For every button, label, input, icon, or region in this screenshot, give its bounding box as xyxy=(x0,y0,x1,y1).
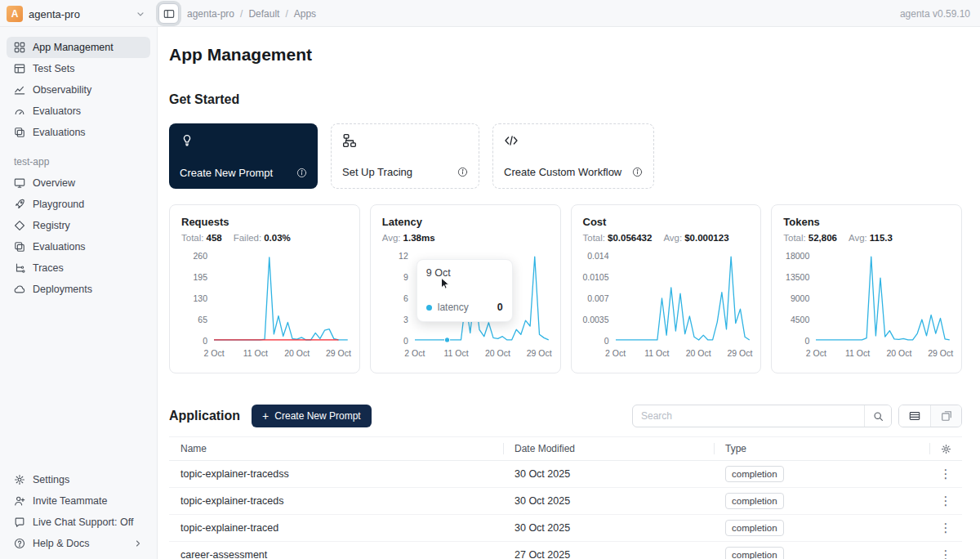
sidebar-item-settings[interactable]: Settings xyxy=(7,469,150,490)
hovered-point-marker xyxy=(444,338,449,342)
view-toggle xyxy=(898,405,962,427)
card-label: Create Custom Workflow xyxy=(504,166,621,178)
workspace-selector[interactable]: A agenta-pro xyxy=(7,5,145,23)
sidebar-item-live-chat[interactable]: Live Chat Support: Off xyxy=(7,512,150,533)
chart-line-svg xyxy=(616,256,750,341)
row-menu-button[interactable]: ⋮ xyxy=(929,467,962,481)
y-tick-label: 9 xyxy=(403,272,408,282)
create-new-prompt-button[interactable]: + Create New Prompt xyxy=(252,405,372,427)
column-settings-cell xyxy=(929,437,962,460)
row-menu-button[interactable]: ⋮ xyxy=(929,521,962,535)
sidebar-item-overview[interactable]: Overview xyxy=(7,172,150,194)
sidebar-item-traces[interactable]: Traces xyxy=(7,257,150,279)
version-label: agenta v0.59.10 xyxy=(900,0,970,27)
tokens-chart-card: Tokens Total:52,806 Avg:115.3 1800013500… xyxy=(771,204,962,373)
card-view-button[interactable] xyxy=(930,405,961,427)
sidebar-item-test-sets[interactable]: Test Sets xyxy=(7,58,150,79)
search-button[interactable] xyxy=(864,405,891,427)
sidebar-item-evaluators[interactable]: Evaluators xyxy=(7,101,150,122)
x-axis: 2 Oct11 Oct20 Oct29 Oct xyxy=(415,348,549,360)
sidebar-item-evaluations[interactable]: Evaluations xyxy=(7,122,150,143)
search-input[interactable] xyxy=(633,405,864,427)
gear-icon[interactable] xyxy=(941,444,951,454)
x-tick-label: 29 Oct xyxy=(928,348,953,358)
y-tick-label: 4500 xyxy=(791,315,809,324)
type-badge: completion xyxy=(725,520,784,536)
x-tick-label: 2 Oct xyxy=(404,348,425,358)
breadcrumb-page[interactable]: Apps xyxy=(279,8,316,20)
sidebar-item-label: Traces xyxy=(33,262,64,274)
create-new-prompt-card[interactable]: Create New Prompt xyxy=(169,123,318,189)
breadcrumb-project[interactable]: Default xyxy=(234,8,279,20)
sidebar-toggle-button[interactable] xyxy=(158,3,179,24)
sidebar-item-label: Observability xyxy=(33,84,91,96)
y-axis: 1800013500900045000 xyxy=(783,256,809,341)
chart-stats: Total:$0.056432 Avg:$0.000123 xyxy=(583,233,750,243)
y-tick-label: 195 xyxy=(193,272,207,282)
y-tick-label: 6 xyxy=(403,293,408,303)
info-icon[interactable] xyxy=(457,167,468,177)
sidebar-item-label: Evaluations xyxy=(33,241,86,253)
chart-line-icon xyxy=(14,84,25,96)
table-view-button[interactable] xyxy=(899,405,930,427)
date-modified-cell: 27 Oct 2025 xyxy=(503,549,714,559)
sidebar-item-invite-teammate[interactable]: Invite Teammate xyxy=(7,490,150,512)
breadcrumb-workspace[interactable]: agenta-pro xyxy=(187,8,234,20)
table-row[interactable]: topic-explainer-tracedss 30 Oct 2025 com… xyxy=(169,461,962,488)
sidebar-item-label: Deployments xyxy=(33,284,92,295)
stat-label: Total: xyxy=(583,233,606,243)
sidebar-item-label: App Management xyxy=(33,42,114,53)
x-tick-label: 2 Oct xyxy=(605,348,626,358)
info-icon[interactable] xyxy=(296,168,307,178)
sidebar-item-deployments[interactable]: Deployments xyxy=(7,279,150,300)
table-row[interactable]: career-assessment 27 Oct 2025 completion… xyxy=(169,542,962,559)
x-axis: 2 Oct11 Oct20 Oct29 Oct xyxy=(214,348,348,360)
info-icon[interactable] xyxy=(632,167,643,177)
y-tick-label: 0.0105 xyxy=(582,272,608,282)
chart-plot[interactable] xyxy=(816,256,950,341)
y-tick-label: 0 xyxy=(403,336,408,346)
chart-plot[interactable] xyxy=(616,256,750,341)
create-custom-workflow-card[interactable]: Create Custom Workflow xyxy=(492,123,654,189)
x-tick-label: 11 Oct xyxy=(243,348,268,358)
row-menu-button[interactable]: ⋮ xyxy=(929,548,962,559)
chart-plot[interactable] xyxy=(214,256,348,341)
workspace-name: agenta-pro xyxy=(29,8,80,20)
gear-icon xyxy=(14,474,25,485)
x-tick-label: 2 Oct xyxy=(203,348,224,358)
sidebar-item-app-management[interactable]: App Management xyxy=(7,37,150,58)
series-dot xyxy=(426,305,432,311)
type-badge: completion xyxy=(725,493,784,509)
sidebar-item-help-docs[interactable]: Help & Docs xyxy=(7,533,150,554)
chart-stats: Total:52,806 Avg:115.3 xyxy=(783,233,950,243)
sidebar-item-registry[interactable]: Registry xyxy=(7,215,150,236)
lightbulb-icon xyxy=(180,132,307,147)
metrics-charts: Requests Total:458 Failed:0.03% 26019513… xyxy=(169,204,962,373)
application-section: Application + Create New Prompt xyxy=(169,405,962,559)
row-menu-button[interactable]: ⋮ xyxy=(929,494,962,508)
sidebar-item-observability[interactable]: Observability xyxy=(7,79,150,101)
cloud-icon xyxy=(14,284,25,295)
column-header-date-modified[interactable]: Date Modified xyxy=(503,437,714,460)
table-row[interactable]: topic-explainer-traceds 30 Oct 2025 comp… xyxy=(169,488,962,515)
sidebar-item-app-evaluations[interactable]: Evaluations xyxy=(7,236,150,257)
stat-label: Total: xyxy=(181,233,204,243)
get-started-cards: Create New Prompt Set Up Tracing xyxy=(169,123,962,189)
sidebar-item-playground[interactable]: Playground xyxy=(7,194,150,215)
app-name-cell: topic-explainer-traceds xyxy=(169,495,503,507)
x-tick-label: 29 Oct xyxy=(727,348,752,358)
column-header-name[interactable]: Name xyxy=(169,437,503,460)
column-header-type[interactable]: Type xyxy=(714,437,929,460)
chart-title: Requests xyxy=(181,216,348,228)
table-row[interactable]: topic-explainer-traced 30 Oct 2025 compl… xyxy=(169,515,962,542)
y-tick-label: 12 xyxy=(399,251,408,261)
stat-value: 1.38ms xyxy=(403,233,435,243)
y-tick-label: 0.014 xyxy=(587,251,608,261)
set-up-tracing-card[interactable]: Set Up Tracing xyxy=(331,123,479,189)
y-axis: 260195130650 xyxy=(181,256,207,341)
y-tick-label: 0 xyxy=(804,336,809,346)
get-started-title: Get Started xyxy=(169,92,962,107)
stat-value: $0.000123 xyxy=(684,233,728,243)
table-header: Name Date Modified Type xyxy=(169,436,962,461)
stat-value: 52,806 xyxy=(808,233,837,243)
